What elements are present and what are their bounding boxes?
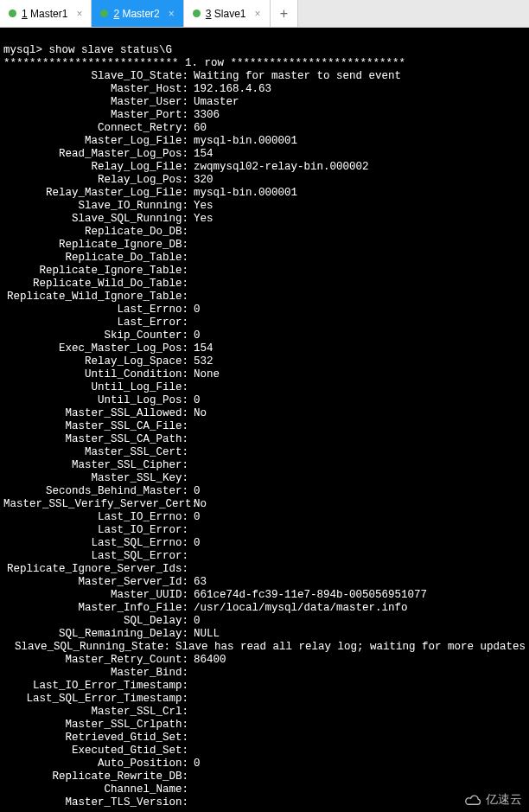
field-key: Last_SQL_Errno: [3,537,188,550]
field-value: mysql-bin.000001 [188,135,297,148]
status-row: Replicate_Wild_Ignore_Table: [3,291,526,304]
status-row: Relay_Master_Log_File:mysql-bin.000001 [3,187,526,200]
status-row: Master_SSL_Crlpath: [3,719,526,732]
status-row: Exec_Master_Log_Pos:154 [3,342,526,355]
status-row: Relay_Log_Space:532 [3,355,526,368]
field-value: 154 [188,148,214,161]
status-row: Replicate_Ignore_Server_Ids: [3,563,526,576]
field-value: Slave has read all relay log; waiting fo… [170,641,526,654]
close-icon[interactable]: × [255,8,261,20]
field-value [188,796,194,809]
status-row: Master_Retry_Count:86400 [3,654,526,667]
tab-slave1[interactable]: 3 Slave1 × [184,0,271,27]
field-value [188,563,194,576]
field-key: Replicate_Ignore_Table: [3,265,188,278]
field-key: Auto_Position: [3,758,188,770]
status-row: Master_TLS_Version: [3,796,526,809]
field-key: Master_SSL_CA_File: [3,420,188,433]
field-value: 532 [188,355,214,368]
field-value: 320 [188,174,214,187]
status-row: Replicate_Ignore_DB: [3,239,526,252]
field-key: Master_SSL_Allowed: [3,407,188,420]
field-value: 154 [188,342,214,355]
field-value: No [188,407,207,420]
field-value [188,291,194,304]
field-value [188,239,194,252]
status-row: Slave_SQL_Running_State:Slave has read a… [3,641,526,654]
mysql-prompt: mysql> show slave status\G [3,44,172,56]
field-key: Relay_Log_Space: [3,355,188,368]
field-value: mysql-bin.000001 [188,187,297,200]
status-row: Slave_IO_State:Waiting for master to sen… [3,70,526,83]
field-value: 86400 [188,654,226,667]
tab-master2[interactable]: 2 Master2 × [92,0,183,27]
field-value [188,420,194,433]
field-key: Master_Server_Id: [3,576,188,589]
field-value [188,433,194,446]
field-key: Slave_IO_Running: [3,200,188,213]
field-key: Master_TLS_Version: [3,796,188,809]
field-key: SQL_Remaining_Delay: [3,628,188,641]
status-row: Seconds_Behind_Master:0 [3,485,526,498]
close-icon[interactable]: × [169,8,175,20]
field-key: Master_SSL_Crlpath: [3,719,188,732]
status-row: Replicate_Wild_Do_Table: [3,278,526,291]
field-value [188,550,194,563]
field-key: Slave_SQL_Running_State: [3,641,170,654]
field-key: Replicate_Ignore_DB: [3,239,188,252]
status-row: Last_IO_Error_Timestamp: [3,680,526,693]
close-icon[interactable]: × [76,8,82,20]
field-key: Connect_Retry: [3,122,188,135]
field-value [188,226,194,239]
field-value: Umaster [188,96,239,109]
field-value: Yes [188,200,214,213]
field-value: 0 [188,304,201,316]
status-row: Master_Host:192.168.4.63 [3,83,526,96]
field-key: Master_Info_File: [3,602,188,615]
field-value [188,265,194,278]
field-value: 0 [188,329,201,342]
field-key: Retrieved_Gtid_Set: [3,732,188,745]
field-value [188,459,194,472]
status-row: Last_SQL_Error: [3,550,526,563]
field-value [188,732,194,745]
field-key: Master_Log_File: [3,135,188,148]
field-value: 0 [188,485,201,498]
field-value [188,524,194,537]
status-row: Last_Error: [3,316,526,329]
field-value [188,706,194,719]
field-value: 63 [188,576,207,589]
field-value [188,693,194,706]
status-row: Replicate_Ignore_Table: [3,265,526,278]
status-row: Master_SSL_Key: [3,472,526,485]
status-row: Master_UUID:661ce74d-fc39-11e7-894b-0050… [3,589,526,602]
terminal-output[interactable]: mysql> show slave status\G *************… [0,28,529,812]
status-row: Retrieved_Gtid_Set: [3,732,526,745]
tab-label: 2 Master2 [113,8,159,20]
field-key: Master_Host: [3,83,188,96]
status-row: Master_Server_Id:63 [3,576,526,589]
status-row: Last_IO_Error: [3,524,526,537]
status-row: Replicate_Do_DB: [3,226,526,239]
field-value: 192.168.4.63 [188,83,271,96]
field-value: /usr/local/mysql/data/master.info [188,602,408,615]
status-row: Master_SSL_CA_File: [3,420,526,433]
field-value: 3306 [188,109,220,122]
field-value: NULL [188,628,220,641]
status-row: Master_User:Umaster [3,96,526,109]
status-row: Last_SQL_Error_Timestamp: [3,693,526,706]
field-value: 661ce74d-fc39-11e7-894b-005056951077 [188,589,427,602]
tab-label: 1 Master1 [22,8,67,20]
field-key: Read_Master_Log_Pos: [3,148,188,161]
add-tab-button[interactable]: + [271,0,298,27]
status-row: Relay_Log_File:zwqmysql02-relay-bin.0000… [3,161,526,174]
tab-master1[interactable]: 1 Master1 × [0,0,92,27]
field-key: Last_SQL_Error_Timestamp: [3,693,188,706]
field-key: Relay_Master_Log_File: [3,187,188,200]
field-key: Master_Port: [3,109,188,122]
field-value: 0 [188,615,201,628]
field-value: zwqmysql02-relay-bin.000002 [188,161,369,174]
field-key: Master_SSL_Crl: [3,706,188,719]
field-key: Master_SSL_Verify_Server_Cert: [3,498,188,511]
status-row: Last_SQL_Errno:0 [3,537,526,550]
